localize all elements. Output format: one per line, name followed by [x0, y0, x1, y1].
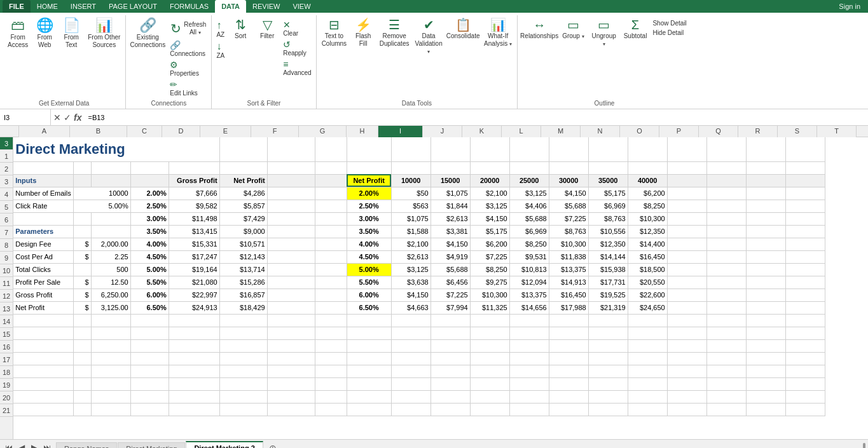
cell-m10[interactable]: $10,813 — [509, 263, 549, 276]
cell-k8[interactable]: $4,150 — [431, 238, 470, 250]
cell-b11[interactable]: $ — [73, 276, 91, 288]
row-num-12[interactable]: 12 — [0, 290, 13, 302]
tab-pagelayout[interactable]: PAGE LAYOUT — [102, 0, 163, 13]
cell-a12[interactable]: Gross Profit — [13, 288, 73, 301]
col-header-m[interactable]: M — [541, 126, 581, 137]
cell-l12[interactable]: $10,300 — [470, 288, 509, 301]
cell-p1[interactable] — [628, 137, 667, 161]
cell-h10[interactable] — [315, 263, 347, 276]
cell-f5[interactable]: $5,857 — [219, 200, 267, 212]
cell-l4[interactable]: $2,100 — [470, 187, 509, 200]
cell-l10[interactable]: $8,250 — [470, 263, 509, 276]
cell-e2[interactable] — [169, 161, 219, 174]
cell-n4[interactable]: $4,150 — [549, 187, 588, 200]
cell-n6[interactable]: $7,225 — [549, 212, 588, 225]
cell-o2[interactable] — [588, 161, 628, 174]
cell-e3[interactable]: Gross Profit — [169, 174, 219, 187]
cell-n8[interactable]: $10,300 — [549, 238, 588, 250]
cell-a8[interactable]: Design Fee — [13, 238, 73, 250]
cell-g10[interactable] — [267, 263, 315, 276]
cell-d4[interactable]: 2.00% — [130, 187, 169, 200]
consolidate-button[interactable]: 📋 Consolidate — [446, 17, 480, 42]
row-num-5[interactable]: 5 — [0, 201, 13, 214]
cell-p2[interactable] — [628, 161, 667, 174]
cell-a7[interactable]: Parameters — [13, 225, 73, 238]
cell-i6[interactable]: 3.00% — [347, 212, 391, 225]
col-header-k[interactable]: K — [462, 126, 502, 137]
cell-m2[interactable] — [509, 161, 549, 174]
cell-b10[interactable] — [73, 263, 91, 276]
tab-prev-button[interactable]: ◀ — [17, 442, 27, 449]
function-icon[interactable]: fx — [74, 112, 81, 123]
row-num-17[interactable]: 17 — [0, 353, 13, 366]
cell-p12[interactable]: $22,600 — [628, 288, 667, 301]
cell-g7[interactable] — [267, 225, 315, 238]
cell-b4[interactable]: 10000 — [73, 187, 130, 200]
properties-button[interactable]: ⚙Properties — [168, 59, 209, 78]
cell-d7[interactable]: 3.50% — [130, 225, 169, 238]
col-header-s[interactable]: S — [778, 126, 817, 137]
cell-c6[interactable] — [91, 212, 130, 225]
cell-n11[interactable]: $14,913 — [549, 276, 588, 288]
cell-f3[interactable]: Net Profit — [219, 174, 267, 187]
cell-n5[interactable]: $5,688 — [549, 200, 588, 212]
row-num-9[interactable]: 9 — [0, 252, 13, 264]
cell-h8[interactable] — [315, 238, 347, 250]
what-if-button[interactable]: 📊 What-IfAnalysis ▾ — [481, 17, 514, 50]
cell-g6[interactable] — [267, 212, 315, 225]
cell-b7[interactable] — [73, 225, 91, 238]
cell-k6[interactable]: $2,613 — [431, 212, 470, 225]
cell-h1[interactable] — [315, 137, 347, 161]
cell-j8[interactable]: $2,100 — [391, 238, 431, 250]
cell-k7[interactable]: $3,381 — [431, 225, 470, 238]
cell-h4[interactable] — [315, 187, 347, 200]
cell-c3[interactable] — [91, 174, 130, 187]
cell-c12[interactable]: 6,250.00 — [91, 288, 130, 301]
tab-review[interactable]: REVIEW — [246, 0, 286, 13]
confirm-icon[interactable]: ✓ — [64, 112, 71, 123]
cell-d8[interactable]: 4.00% — [130, 238, 169, 250]
col-header-o[interactable]: O — [620, 126, 659, 137]
row-num-8[interactable]: 8 — [0, 239, 13, 252]
cell-k11[interactable]: $6,456 — [431, 276, 470, 288]
cell-l2[interactable] — [470, 161, 509, 174]
cell-m3[interactable]: 25000 — [509, 174, 549, 187]
cell-g9[interactable] — [267, 250, 315, 263]
cell-o9[interactable]: $14,144 — [588, 250, 628, 263]
cell-f12[interactable]: $16,857 — [219, 288, 267, 301]
cell-l7[interactable]: $5,175 — [470, 225, 509, 238]
group-button[interactable]: ▭ Group ▾ — [560, 17, 587, 42]
tab-home[interactable]: HOME — [31, 0, 64, 13]
cell-j11[interactable]: $3,638 — [391, 276, 431, 288]
cell-k12[interactable]: $7,225 — [431, 288, 470, 301]
cell-h13[interactable] — [315, 301, 347, 314]
cell-n7[interactable]: $8,763 — [549, 225, 588, 238]
cell-j9[interactable]: $2,613 — [391, 250, 431, 263]
cell-i2[interactable] — [347, 161, 391, 174]
cell-m8[interactable]: $8,250 — [509, 238, 549, 250]
col-header-d[interactable]: D — [162, 126, 200, 137]
cell-e9[interactable]: $17,247 — [169, 250, 219, 263]
cell-p3[interactable]: 40000 — [628, 174, 667, 187]
col-header-e[interactable]: E — [200, 126, 251, 137]
cell-j1[interactable] — [391, 137, 431, 161]
text-to-columns-button[interactable]: ⊟ Text toColumns — [319, 17, 349, 50]
cell-o13[interactable]: $21,319 — [588, 301, 628, 314]
filter-button[interactable]: ▽ Filter — [254, 17, 280, 42]
col-header-c[interactable]: C — [127, 126, 162, 137]
cell-i3[interactable]: Net Profit — [347, 174, 391, 187]
cell-f2[interactable] — [219, 161, 267, 174]
cell-e8[interactable]: $15,331 — [169, 238, 219, 250]
cell-o3[interactable]: 35000 — [588, 174, 628, 187]
cell-i13[interactable]: 6.50% — [347, 301, 391, 314]
cell-m1[interactable] — [509, 137, 549, 161]
cell-j6[interactable]: $1,075 — [391, 212, 431, 225]
row-num-16[interactable]: 16 — [0, 341, 13, 353]
cell-h3[interactable] — [315, 174, 347, 187]
cell-h6[interactable] — [315, 212, 347, 225]
row-num-6[interactable]: 6 — [0, 214, 13, 226]
cancel-icon[interactable]: ✕ — [53, 112, 61, 123]
add-sheet-button[interactable]: ⊕ — [264, 442, 282, 448]
from-access-button[interactable]: 🗃 FromAccess — [5, 17, 31, 51]
cell-m7[interactable]: $6,969 — [509, 225, 549, 238]
